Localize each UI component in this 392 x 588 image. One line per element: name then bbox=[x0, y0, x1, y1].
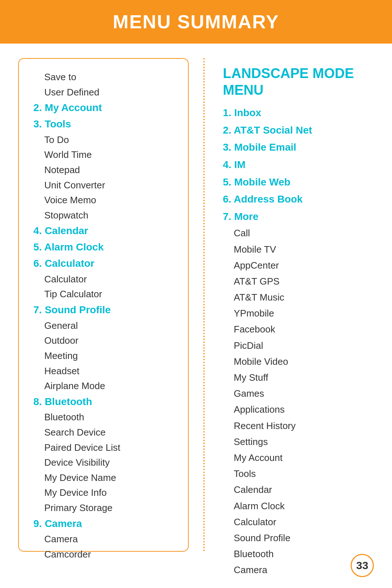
list-item: Calculator bbox=[33, 272, 177, 287]
list-item: Facebook bbox=[223, 321, 367, 337]
list-item: 5. Alarm Clock bbox=[33, 239, 177, 256]
list-item: User Defined bbox=[33, 85, 177, 100]
list-item: 5. Mobile Web bbox=[223, 173, 367, 191]
list-item: 6. Calculator bbox=[33, 256, 177, 272]
list-item: Outdoor bbox=[33, 333, 177, 348]
list-item: Save to bbox=[33, 70, 177, 85]
list-item: My Account bbox=[223, 450, 367, 466]
list-item: World Time bbox=[33, 147, 177, 163]
list-item: Airplane Mode bbox=[33, 379, 177, 394]
list-item: Recent History bbox=[223, 418, 367, 434]
list-item: Primary Storage bbox=[33, 501, 177, 516]
list-item: 7. More bbox=[223, 208, 367, 225]
list-item: Applications bbox=[223, 401, 367, 417]
list-item: My Device Name bbox=[33, 470, 177, 486]
list-item: My Device Info bbox=[33, 485, 177, 501]
right-column: LANDSCAPE MODE MENU1. Inbox2. AT&T Socia… bbox=[212, 58, 374, 552]
list-item: Meeting bbox=[33, 348, 177, 364]
list-item: AppCenter bbox=[223, 257, 367, 273]
list-item: Tools bbox=[223, 466, 367, 482]
list-item: Bluetooth bbox=[33, 410, 177, 425]
left-column: Save toUser Defined2. My Account3. Tools… bbox=[18, 58, 189, 552]
list-item: Tip Calculator bbox=[33, 287, 177, 302]
list-item: 9. Camera bbox=[33, 516, 177, 532]
list-item: Call bbox=[223, 225, 367, 241]
list-item: 2. My Account bbox=[33, 100, 177, 116]
list-item: 3. Mobile Email bbox=[223, 139, 367, 156]
list-item: Device Visibility bbox=[33, 455, 177, 470]
landscape-mode-title: LANDSCAPE MODE MENU bbox=[223, 65, 367, 98]
list-item: To Do bbox=[33, 132, 177, 148]
column-divider bbox=[203, 58, 205, 552]
list-item: Games bbox=[223, 385, 367, 401]
list-item: 3. Tools bbox=[33, 116, 177, 132]
main-content: Save toUser Defined2. My Account3. Tools… bbox=[0, 44, 392, 566]
list-item: PicDial bbox=[223, 338, 367, 354]
list-item: Alarm Clock bbox=[223, 498, 367, 514]
list-item: 6. Address Book bbox=[223, 191, 367, 208]
list-item: AT&T GPS bbox=[223, 273, 367, 289]
list-item: Mobile Video bbox=[223, 354, 367, 369]
page-header: MENU SUMMARY bbox=[0, 0, 392, 44]
list-item: Camera bbox=[33, 532, 177, 547]
list-item: My Stuff bbox=[223, 369, 367, 385]
list-item: Search Device bbox=[33, 425, 177, 440]
list-item: Paired Device List bbox=[33, 440, 177, 456]
list-item: Unit Converter bbox=[33, 178, 177, 193]
list-item: 4. IM bbox=[223, 156, 367, 173]
list-item: 7. Sound Profile bbox=[33, 302, 177, 318]
list-item: Sound Profile bbox=[223, 530, 367, 546]
list-item: Camera bbox=[223, 562, 367, 578]
list-item: Settings bbox=[223, 434, 367, 450]
list-item: 1. Inbox bbox=[223, 104, 367, 122]
list-item: Camcorder bbox=[33, 547, 177, 562]
list-item: Voice Memo bbox=[33, 193, 177, 208]
page-number: 33 bbox=[351, 554, 374, 577]
list-item: AT&T Music bbox=[223, 289, 367, 305]
list-item: Mobile TV bbox=[223, 241, 367, 257]
page-title: MENU SUMMARY bbox=[113, 11, 279, 33]
list-item: Bluetooth bbox=[223, 546, 367, 562]
list-item: 8. Bluetooth bbox=[33, 394, 177, 410]
list-item: Calculator bbox=[223, 514, 367, 530]
list-item: Notepad bbox=[33, 163, 177, 178]
list-item: Headset bbox=[33, 364, 177, 379]
list-item: Stopwatch bbox=[33, 208, 177, 223]
list-item: 4. Calendar bbox=[33, 223, 177, 239]
list-item: 2. AT&T Social Net bbox=[223, 122, 367, 139]
list-item: General bbox=[33, 318, 177, 334]
list-item: YPmobile bbox=[223, 305, 367, 321]
list-item: Calendar bbox=[223, 482, 367, 498]
